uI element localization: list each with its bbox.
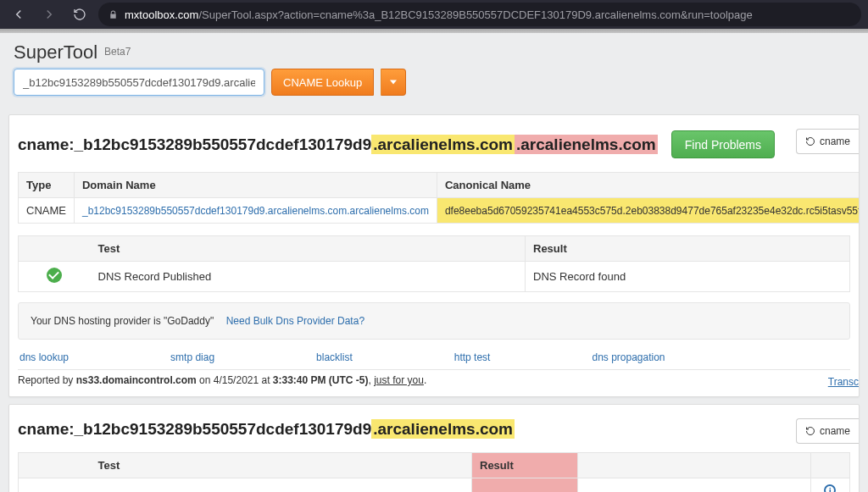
refresh-button[interactable]: cname xyxy=(796,129,859,154)
test-table: Test Result DNS Record Published DNS Rec… xyxy=(18,235,850,292)
link-dns-prop[interactable]: dns propagation xyxy=(592,351,665,363)
table-row: CNAME _b12bc9153289b550557dcdef130179d9.… xyxy=(19,198,860,224)
col-canonical: Canonical Name xyxy=(437,173,860,198)
page-title: SuperTool xyxy=(14,41,97,64)
transcript-link[interactable]: Transc xyxy=(828,376,859,388)
col-result: Result xyxy=(472,453,578,478)
table-row: DNS Record Published DNS Record not foun… xyxy=(19,478,850,493)
result-card-1: cname:_b12bc9153289b550557dcdef130179d9.… xyxy=(8,114,860,397)
lock-icon xyxy=(108,9,118,20)
beta-badge: Beta7 xyxy=(104,46,131,58)
link-dns-lookup[interactable]: dns lookup xyxy=(19,351,69,363)
related-links: dns lookup smtp diag blacklist http test… xyxy=(18,348,850,367)
result-title: cname:_b12bc9153289b550557dcdef130179d9.… xyxy=(18,420,515,439)
reload-button[interactable] xyxy=(68,3,92,26)
page-header: SuperTool Beta7 xyxy=(0,33,868,69)
lookup-dropdown-button[interactable] xyxy=(381,69,406,96)
address-bar[interactable]: mxtoolbox.com/SuperTool.aspx?action=cnam… xyxy=(98,3,861,26)
col-domain: Domain Name xyxy=(74,173,437,198)
info-icon: i xyxy=(824,484,836,492)
result-title: cname:_b12bc9153289b550557dcdef130179d9.… xyxy=(18,135,658,154)
query-input[interactable] xyxy=(14,69,264,96)
browser-chrome: mxtoolbox.com/SuperTool.aspx?action=cnam… xyxy=(0,0,868,29)
forward-button[interactable] xyxy=(37,3,61,26)
cname-table: Type Domain Name Canonical Name CNAME _b… xyxy=(18,172,860,224)
check-icon xyxy=(47,268,62,283)
lookup-button[interactable]: CNAME Lookup xyxy=(271,69,374,96)
refresh-button[interactable]: cname xyxy=(796,418,859,444)
table-row: DNS Record Published DNS Record found xyxy=(19,262,850,292)
col-result: Result xyxy=(526,236,850,262)
link-http-test[interactable]: http test xyxy=(454,351,491,363)
more-info-link[interactable]: i More Info xyxy=(819,484,842,492)
query-toolbar: CNAME Lookup xyxy=(0,69,868,108)
result-card-2: cname:_b12bc9153289b550557dcdef130179d9.… xyxy=(8,404,860,492)
find-problems-button[interactable]: Find Problems xyxy=(671,130,775,158)
refresh-icon xyxy=(805,136,815,146)
reported-by: Reported by ns33.domaincontrol.com on 4/… xyxy=(18,369,850,386)
col-test: Test xyxy=(91,236,526,262)
col-type: Type xyxy=(19,173,75,198)
bulk-dns-link[interactable]: Need Bulk Dns Provider Data? xyxy=(226,315,364,327)
url-text: mxtoolbox.com/SuperTool.aspx?action=cnam… xyxy=(125,8,753,21)
provider-well: Your DNS hosting provider is "GoDaddy" N… xyxy=(18,302,850,340)
test-table: Test Result DNS Record Published DNS Rec… xyxy=(18,452,850,492)
col-test: Test xyxy=(91,453,472,478)
back-button[interactable] xyxy=(7,3,31,26)
link-smtp-diag[interactable]: smtp diag xyxy=(170,351,214,363)
domain-link[interactable]: _b12bc9153289b550557dcdef130179d9.arcali… xyxy=(82,205,429,217)
link-blacklist[interactable]: blacklist xyxy=(316,351,353,363)
refresh-icon xyxy=(805,426,815,436)
